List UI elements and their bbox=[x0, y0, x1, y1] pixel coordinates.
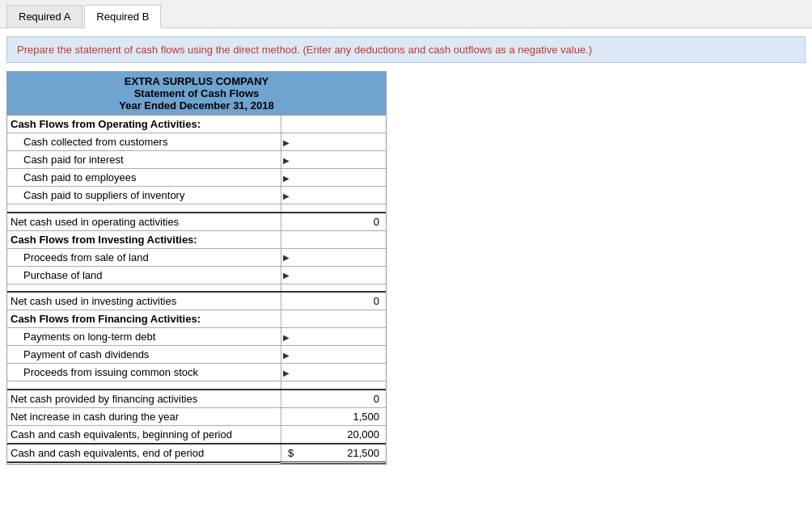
cash-paid-suppliers-cell[interactable]: ▶ bbox=[281, 187, 386, 204]
cash-paid-employees-cell[interactable]: ▶ bbox=[281, 169, 386, 187]
payment-dividends-cell[interactable]: ▶ bbox=[281, 346, 386, 364]
statement-header: EXTRA SURPLUS COMPANY Statement of Cash … bbox=[7, 72, 386, 116]
proceeds-stock-input[interactable] bbox=[285, 366, 379, 378]
net-investing-label: Net cash used in investing activities bbox=[7, 292, 281, 310]
purchase-land-label: Purchase of land bbox=[7, 266, 281, 284]
net-increase-row: Net increase in cash during the year 1,5… bbox=[7, 407, 386, 425]
empty-row-operating bbox=[7, 204, 386, 213]
arrow-icon: ▶ bbox=[283, 368, 290, 377]
tab-required-a[interactable]: Required A bbox=[6, 5, 82, 27]
payments-longterm-input[interactable] bbox=[285, 331, 379, 343]
proceeds-land-label: Proceeds from sale of land bbox=[7, 248, 281, 266]
end-cash-row: Cash and cash equivalents, end of period… bbox=[7, 444, 386, 463]
statement-title: Statement of Cash Flows bbox=[9, 87, 384, 99]
cash-paid-employees-label: Cash paid to employees bbox=[7, 169, 281, 187]
proceeds-land-input[interactable] bbox=[285, 251, 379, 263]
proceeds-stock-cell[interactable]: ▶ bbox=[281, 364, 386, 381]
table-row: Cash paid for interest ▶ bbox=[7, 151, 386, 169]
arrow-icon: ▶ bbox=[283, 253, 290, 262]
table-row: Proceeds from issuing common stock ▶ bbox=[7, 364, 386, 381]
payment-dividends-input[interactable] bbox=[285, 348, 379, 360]
section-financing-header: Cash Flows from Financing Activities: bbox=[7, 310, 386, 328]
cash-paid-interest-input[interactable] bbox=[285, 154, 379, 166]
table-row: Cash paid to employees ▶ bbox=[7, 169, 386, 187]
empty-row-investing bbox=[7, 284, 386, 292]
instruction-main: Prepare the statement of cash flows usin… bbox=[17, 44, 300, 56]
tab-required-b[interactable]: Required B bbox=[84, 5, 161, 28]
instruction-text: Prepare the statement of cash flows usin… bbox=[6, 36, 806, 63]
arrow-icon: ▶ bbox=[283, 332, 290, 341]
net-increase-label: Net increase in cash during the year bbox=[7, 407, 281, 425]
tabs-bar: Required A Required B bbox=[0, 0, 812, 28]
arrow-icon: ▶ bbox=[283, 137, 290, 146]
cash-collected-label: Cash collected from customers bbox=[7, 133, 281, 151]
payment-dividends-label: Payment of cash dividends bbox=[7, 346, 281, 364]
table-row: Payments on long-term debt ▶ bbox=[7, 328, 386, 346]
investing-header-label: Cash Flows from Investing Activities: bbox=[7, 230, 281, 248]
cash-paid-suppliers-label: Cash paid to suppliers of inventory bbox=[7, 187, 281, 204]
cash-paid-interest-cell[interactable]: ▶ bbox=[281, 151, 386, 169]
net-operating-row: Net cash used in operating activities 0 bbox=[7, 213, 386, 231]
net-financing-label: Net cash provided by financing activitie… bbox=[7, 390, 281, 408]
proceeds-stock-label: Proceeds from issuing common stock bbox=[7, 364, 281, 381]
end-cash-label: Cash and cash equivalents, end of period bbox=[7, 444, 281, 463]
payments-longterm-cell[interactable]: ▶ bbox=[281, 328, 386, 346]
cash-paid-interest-label: Cash paid for interest bbox=[7, 151, 281, 169]
arrow-icon: ▶ bbox=[283, 271, 290, 280]
section-operating-header: Cash Flows from Operating Activities: bbox=[7, 116, 386, 133]
cash-paid-employees-input[interactable] bbox=[285, 171, 379, 183]
proceeds-land-cell[interactable]: ▶ bbox=[281, 248, 386, 266]
arrow-icon: ▶ bbox=[283, 191, 290, 200]
payments-longterm-label: Payments on long-term debt bbox=[7, 328, 281, 346]
purchase-land-input[interactable] bbox=[285, 269, 379, 281]
net-financing-row: Net cash provided by financing activitie… bbox=[7, 390, 386, 408]
arrow-icon: ▶ bbox=[283, 173, 290, 182]
end-cash-value: $ 21,500 bbox=[281, 444, 386, 463]
statement-year: Year Ended December 31, 2018 bbox=[9, 99, 384, 112]
beginning-cash-row: Cash and cash equivalents, beginning of … bbox=[7, 425, 386, 444]
company-name: EXTRA SURPLUS COMPANY bbox=[9, 75, 384, 87]
arrow-icon: ▶ bbox=[283, 155, 290, 164]
instruction-highlight: (Enter any deductions and cash outflows … bbox=[302, 44, 592, 56]
cash-flow-table: Cash Flows from Operating Activities: Ca… bbox=[7, 116, 386, 464]
financing-header-label: Cash Flows from Financing Activities: bbox=[7, 310, 281, 328]
beginning-cash-value: 20,000 bbox=[281, 425, 386, 444]
net-financing-value: 0 bbox=[281, 390, 386, 408]
statement-container: EXTRA SURPLUS COMPANY Statement of Cash … bbox=[6, 71, 387, 465]
dollar-sign: $ bbox=[285, 447, 294, 459]
net-increase-value: 1,500 bbox=[281, 407, 386, 425]
net-operating-label: Net cash used in operating activities bbox=[7, 213, 281, 231]
table-row: Cash paid to suppliers of inventory ▶ bbox=[7, 187, 386, 204]
operating-header-label: Cash Flows from Operating Activities: bbox=[7, 116, 281, 133]
table-row: Purchase of land ▶ bbox=[7, 266, 386, 284]
beginning-cash-label: Cash and cash equivalents, beginning of … bbox=[7, 425, 281, 444]
cash-paid-suppliers-input[interactable] bbox=[285, 189, 379, 201]
end-cash-amount: 21,500 bbox=[347, 447, 379, 459]
end-cash-label-text: Cash and cash equivalents, end of period bbox=[11, 447, 204, 459]
table-row: Payment of cash dividends ▶ bbox=[7, 346, 386, 364]
net-investing-value: 0 bbox=[281, 292, 386, 310]
cash-collected-cell[interactable]: ▶ bbox=[281, 133, 386, 151]
arrow-icon: ▶ bbox=[283, 350, 290, 359]
table-row: Cash collected from customers ▶ bbox=[7, 133, 386, 151]
table-row: Proceeds from sale of land ▶ bbox=[7, 248, 386, 266]
cash-collected-input[interactable] bbox=[285, 136, 379, 148]
net-investing-row: Net cash used in investing activities 0 bbox=[7, 292, 386, 310]
purchase-land-cell[interactable]: ▶ bbox=[281, 266, 386, 284]
net-operating-value: 0 bbox=[281, 213, 386, 231]
section-investing-header: Cash Flows from Investing Activities: bbox=[7, 230, 386, 248]
empty-row-financing bbox=[7, 381, 386, 390]
